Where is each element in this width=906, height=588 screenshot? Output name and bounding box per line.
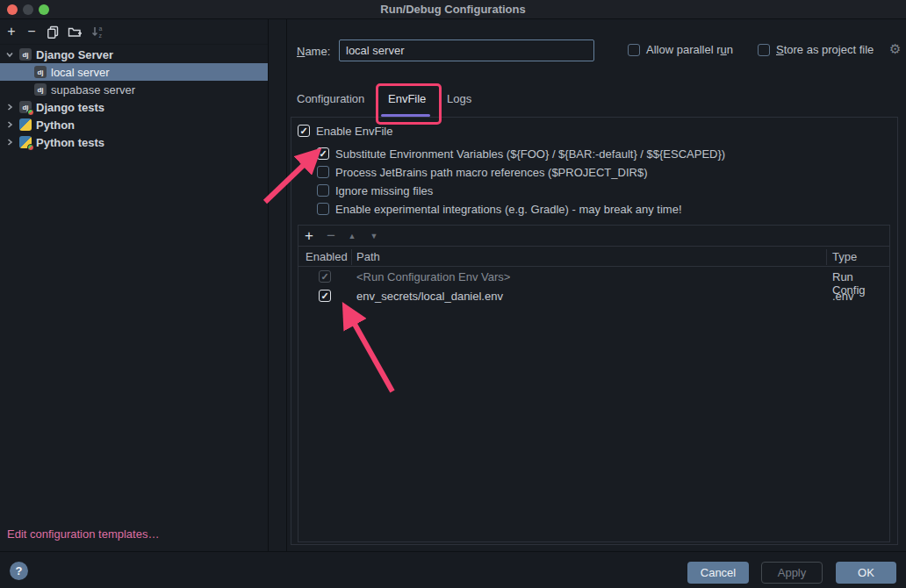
tree-item-python-tests[interactable]: Python tests — [0, 133, 268, 151]
env-files-table: + − ▲ ▼ Enabled Path Type ✓ <Run Configu… — [298, 225, 890, 542]
django-config-icon: dj — [34, 66, 47, 78]
svg-text:a: a — [99, 25, 103, 32]
column-divider — [826, 249, 827, 265]
allow-parallel-run-label: Allow parallel run — [646, 43, 733, 56]
store-settings-gear-icon[interactable]: ⚙ — [889, 41, 901, 57]
tab-logs[interactable]: Logs — [447, 92, 471, 105]
row-type: .env — [832, 290, 854, 303]
django-tests-icon: dj — [19, 101, 32, 113]
ignore-missing-files-checkbox[interactable]: ✓ Ignore missing files — [317, 182, 433, 199]
sort-az-icon[interactable]: az — [90, 24, 105, 39]
name-input[interactable] — [339, 39, 594, 61]
tree-item-label: Python tests — [36, 136, 104, 149]
copy-configuration-icon[interactable] — [45, 24, 61, 39]
store-as-project-file-label: Store as project file — [776, 43, 874, 56]
row-enabled-checkbox: ✓ — [319, 270, 331, 283]
title-bar: Run/Debug Configurations — [0, 0, 906, 19]
tree-item-django-server[interactable]: dj Django Server — [0, 46, 268, 63]
tree-item-label: Python — [36, 118, 75, 132]
dialog-footer: ? Cancel Apply OK — [0, 551, 906, 588]
checkbox-box[interactable]: ✓ — [298, 125, 310, 137]
checkbox-label: Enable EnvFile — [316, 125, 392, 138]
checkbox-label: Process JetBrains path macro references … — [335, 166, 647, 179]
window-title: Run/Debug Configurations — [0, 3, 906, 16]
configurations-sidebar: + − az dj Django Server dj local server … — [0, 19, 269, 551]
row-enabled-checkbox[interactable]: ✓ — [319, 290, 331, 302]
checkbox-box[interactable]: ✓ — [758, 44, 770, 56]
column-header-type: Type — [832, 250, 857, 263]
edit-configuration-templates-link[interactable]: Edit configuration templates… — [7, 527, 159, 541]
chevron-right-icon[interactable] — [4, 137, 15, 147]
allow-parallel-run-checkbox[interactable]: ✓ Allow parallel run — [628, 43, 733, 56]
help-icon[interactable]: ? — [10, 562, 28, 580]
checkbox-box[interactable]: ✓ — [317, 147, 329, 160]
move-up-icon[interactable]: ▲ — [343, 227, 361, 245]
django-config-icon: dj — [34, 83, 47, 96]
checkbox-box[interactable]: ✓ — [317, 166, 329, 178]
checkbox-label: Ignore missing files — [335, 184, 433, 197]
column-header-path: Path — [356, 250, 380, 263]
add-configuration-icon[interactable]: + — [4, 24, 19, 39]
envfile-tab-content: ✓ Enable EnvFile ✓ Substitute Environmen… — [291, 117, 898, 545]
remove-configuration-icon[interactable]: − — [24, 24, 40, 39]
tree-item-supabase-server[interactable]: dj supabase server — [0, 81, 268, 98]
tree-item-local-server[interactable]: dj local server — [0, 63, 268, 81]
enable-envfile-checkbox[interactable]: ✓ Enable EnvFile — [298, 122, 392, 140]
remove-env-file-icon[interactable]: − — [322, 227, 340, 245]
checkbox-box[interactable]: ✓ — [628, 44, 640, 56]
tree-item-label: supabase server — [51, 83, 135, 97]
checkbox-label: Substitute Environment Variables (${FOO}… — [335, 147, 725, 161]
move-down-icon[interactable]: ▼ — [365, 227, 383, 245]
tree-item-label: local server — [51, 66, 109, 79]
python-tests-icon — [19, 136, 32, 148]
checkbox-box[interactable]: ✓ — [317, 184, 329, 197]
python-icon — [19, 118, 32, 131]
tree-item-python[interactable]: Python — [0, 116, 268, 133]
tree-item-label: Django Server — [36, 48, 113, 61]
substitute-environment-variables-checkbox[interactable]: ✓ Substitute Environment Variables (${FO… — [317, 145, 725, 162]
store-as-project-file-checkbox[interactable]: ✓ Store as project file — [758, 43, 874, 56]
env-files-table-toolbar: + − ▲ ▼ — [298, 226, 889, 247]
django-config-icon: dj — [19, 48, 32, 61]
add-env-file-icon[interactable]: + — [300, 227, 318, 245]
cancel-button[interactable]: Cancel — [687, 562, 749, 584]
sidebar-toolbar: + − az — [0, 19, 268, 45]
table-header: Enabled Path Type — [298, 247, 889, 267]
table-row[interactable]: ✓ <Run Configuration Env Vars> Run Confi… — [298, 268, 889, 287]
chevron-right-icon[interactable] — [4, 119, 15, 130]
chevron-right-icon[interactable] — [4, 102, 15, 112]
name-label: Name: — [297, 45, 330, 58]
configuration-editor-panel: Name: ✓ Allow parallel run ✓ Store as pr… — [286, 19, 906, 551]
process-path-macro-checkbox[interactable]: ✓ Process JetBrains path macro reference… — [317, 163, 647, 181]
svg-text:z: z — [99, 32, 103, 38]
tree-item-label: Django tests — [36, 101, 104, 114]
ok-button[interactable]: OK — [836, 562, 896, 584]
tab-envfile[interactable]: EnvFile — [388, 92, 426, 105]
tab-configuration[interactable]: Configuration — [297, 92, 364, 105]
new-folder-icon[interactable] — [67, 24, 83, 39]
column-header-enabled: Enabled — [306, 250, 348, 263]
column-divider — [351, 249, 352, 265]
tree-item-django-tests[interactable]: dj Django tests — [0, 98, 268, 116]
experimental-integrations-checkbox[interactable]: ✓ Enable experimental integrations (e.g.… — [317, 200, 682, 218]
table-row[interactable]: ✓ env_secrets/local_daniel.env .env — [298, 287, 889, 306]
configurations-tree: dj Django Server dj local server dj supa… — [0, 46, 268, 151]
row-path: <Run Configuration Env Vars> — [356, 270, 510, 283]
checkbox-label: Enable experimental integrations (e.g. G… — [335, 203, 682, 216]
checkbox-box[interactable]: ✓ — [317, 203, 329, 215]
apply-button: Apply — [761, 562, 823, 584]
chevron-down-icon[interactable] — [4, 49, 15, 60]
run-debug-configurations-dialog: { "titlebar": { "title": "Run/Debug Conf… — [0, 0, 906, 588]
row-path: env_secrets/local_daniel.env — [356, 290, 503, 303]
